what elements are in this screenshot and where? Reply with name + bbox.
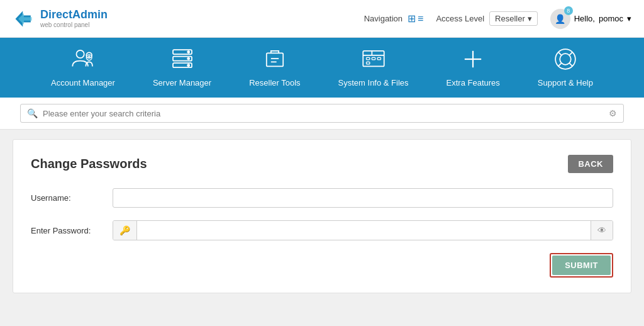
search-bar: 🔍 ⚙ [20,104,624,123]
user-greeting: 👤 8 Hello, pomoc ▾ [550,9,631,29]
password-label: Enter Password: [31,226,113,235]
list-view-icon[interactable]: ≡ [418,13,423,25]
main-content: Change Passwords BACK Username: Enter Pa… [13,139,631,293]
navigation-section: Navigation ⊞ ≡ [364,13,424,25]
support-help-label: Support & Help [538,78,593,87]
extra-features-icon [459,45,487,73]
hello-text: Hello, [574,14,595,23]
reseller-tools-icon [261,45,289,73]
svg-point-8 [187,51,189,53]
logo-icon [13,8,35,30]
chevron-down-icon: ▾ [528,14,532,23]
username-group: Username: [31,188,613,208]
svg-rect-18 [372,57,375,60]
logo-text: DirectAdmin web control panel [40,9,108,28]
svg-rect-17 [366,57,369,60]
system-info-label: System Info & Files [338,78,409,87]
logo: DirectAdmin web control panel [13,8,108,30]
svg-rect-20 [366,62,369,64]
account-manager-icon [69,45,97,73]
server-manager-label: Server Manager [153,78,211,87]
nav-icons: ⊞ ≡ [408,13,423,25]
nav-item-extra-features[interactable]: Extra Features [447,45,500,87]
svg-point-10 [187,64,189,67]
svg-line-28 [569,63,572,66]
extra-features-label: Extra Features [447,78,500,87]
access-level-dropdown[interactable]: Reseller ▾ [489,11,538,26]
avatar: 👤 8 [550,9,570,29]
username-input[interactable] [113,188,613,208]
system-info-icon [360,45,387,73]
search-icon: 🔍 [27,108,38,118]
header-right: Navigation ⊞ ≡ Access Level Reseller ▾ 👤… [364,9,631,29]
form-footer: SUBMIT [31,253,613,278]
nav-item-server-manager[interactable]: Server Manager [153,45,211,87]
svg-point-2 [76,50,84,58]
username-display: pomoc [599,14,623,23]
svg-line-26 [569,52,572,55]
svg-point-24 [560,53,571,65]
avatar-icon: 👤 [555,14,565,24]
brand-name: DirectAdmin [40,9,108,21]
reseller-tools-label: Reseller Tools [249,78,300,87]
search-input[interactable] [43,109,604,118]
access-level-label: Access Level [436,14,484,23]
password-input[interactable] [137,221,591,240]
eye-icon[interactable]: 👁 [591,221,613,240]
nav-item-reseller-tools[interactable]: Reseller Tools [249,45,300,87]
gear-icon[interactable]: ⚙ [609,108,617,118]
username-label: Username: [31,193,113,203]
svg-rect-19 [377,57,380,60]
server-manager-icon [169,45,196,73]
access-level-value: Reseller [495,14,525,23]
svg-point-9 [187,57,189,60]
submit-button-wrapper: SUBMIT [550,253,613,278]
submit-button[interactable]: SUBMIT [552,256,611,275]
nav-item-system-info[interactable]: System Info & Files [338,45,409,87]
svg-line-27 [558,63,561,66]
user-chevron-icon: ▾ [627,14,631,23]
search-container: 🔍 ⚙ [0,98,644,130]
nav-item-account-manager[interactable]: Account Manager [51,45,115,87]
password-field-group: 🔑 👁 [113,220,613,240]
nav-items: Account Manager Server Manager Reseller … [0,45,644,87]
account-manager-label: Account Manager [51,78,115,87]
grid-view-icon[interactable]: ⊞ [408,13,416,25]
brand-sub: web control panel [40,21,108,28]
svg-rect-11 [267,53,283,66]
support-help-icon [552,45,579,73]
access-level-section: Access Level Reseller ▾ [436,11,537,26]
header: DirectAdmin web control panel Navigation… [0,0,644,38]
password-key-icon: 🔑 [113,221,137,240]
page-header: Change Passwords BACK [31,155,613,173]
nav-item-support-help[interactable]: Support & Help [538,45,593,87]
svg-line-25 [558,52,561,55]
avatar-badge: 8 [564,6,573,15]
nav-bar: Account Manager Server Manager Reseller … [0,38,644,98]
back-button[interactable]: BACK [568,155,613,173]
page-title: Change Passwords [31,157,147,171]
navigation-label: Navigation [364,14,402,23]
password-group: Enter Password: 🔑 👁 [31,220,613,240]
